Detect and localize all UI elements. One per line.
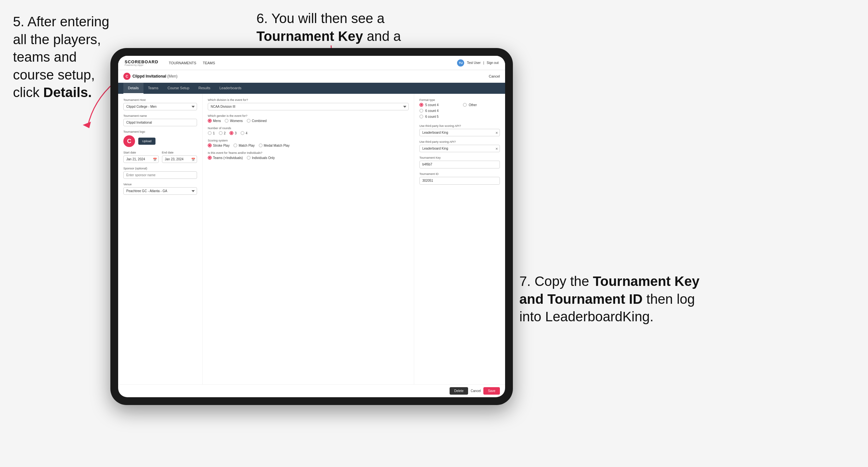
- start-date-label: Start date: [123, 151, 159, 154]
- gender-combined-label: Combined: [252, 119, 267, 123]
- scoring-label: Scoring system: [208, 139, 409, 142]
- teams-teams-radio[interactable]: [208, 156, 212, 160]
- format-label: Format type: [420, 98, 500, 101]
- date-row: Start date 📅 End date 📅: [123, 151, 197, 167]
- rounds-2[interactable]: 2: [219, 131, 226, 135]
- teams-teams-label: Teams (+Individuals): [213, 156, 243, 160]
- rounds-4[interactable]: 4: [241, 131, 248, 135]
- start-date-wrap: 📅: [123, 155, 159, 163]
- cancel-button[interactable]: Cancel: [471, 389, 481, 393]
- breadcrumb-icon: C: [123, 73, 130, 80]
- breadcrumb-left: C Clippd Invitational (Men): [123, 73, 178, 80]
- logo-area: C Upload: [123, 135, 197, 147]
- nav-teams[interactable]: TEAMS: [203, 61, 215, 65]
- format-6count4-label: 6 count 4: [425, 109, 438, 113]
- breadcrumb-cancel[interactable]: Cancel: [489, 74, 500, 78]
- sponsor-label: Sponsor (optional): [123, 167, 197, 170]
- logo-circle: C: [123, 135, 135, 147]
- format-5count4-radio[interactable]: [420, 103, 423, 107]
- gender-combined[interactable]: Combined: [247, 119, 267, 123]
- tab-bar: Details Teams Course Setup Results Leade…: [118, 83, 505, 94]
- format-group: Format type 5 count 4 6 count 4: [420, 98, 500, 120]
- tablet: SCOREBOARD Powered by clippd TOURNAMENTS…: [111, 48, 513, 405]
- tournament-name-input[interactable]: [123, 119, 197, 126]
- gender-radio-group: Mens Womens Combined: [208, 119, 409, 123]
- rounds-3[interactable]: 3: [229, 131, 237, 135]
- third-party-1-group: Use third-party live scoring API? Leader…: [420, 124, 500, 136]
- format-6count5-radio[interactable]: [420, 115, 423, 119]
- tab-results[interactable]: Results: [194, 83, 215, 94]
- format-6count5[interactable]: 6 count 5: [420, 115, 456, 119]
- format-6count4[interactable]: 6 count 4: [420, 109, 456, 113]
- user-name: Test User: [467, 61, 480, 65]
- third-party-2-clear-icon[interactable]: ✕: [495, 147, 498, 150]
- teams-individuals-radio[interactable]: [247, 156, 251, 160]
- rounds-group: Number of rounds 1 2 3: [208, 127, 409, 135]
- sign-out-link[interactable]: Sign out: [487, 61, 499, 65]
- format-other-label: Other: [469, 103, 477, 107]
- right-panel: Format type 5 count 4 6 count 4: [414, 94, 505, 384]
- third-party-2-label: Use third-party scoring API?: [420, 140, 500, 144]
- division-select[interactable]: NCAA Division III: [208, 103, 409, 110]
- rounds-1[interactable]: 1: [208, 131, 215, 135]
- venue-group: Venue Peachtree GC - Atlanta - GA: [123, 183, 197, 195]
- scoring-match[interactable]: Match Play: [234, 144, 254, 147]
- tab-course-setup[interactable]: Course Setup: [163, 83, 194, 94]
- sponsor-input[interactable]: [123, 172, 197, 179]
- third-party-1-select[interactable]: Leaderboard King: [420, 129, 500, 136]
- brand-name: SCOREBOARD: [125, 60, 158, 64]
- scoring-stroke[interactable]: Stroke Play: [208, 144, 229, 147]
- end-date-calendar-icon: 📅: [191, 157, 195, 161]
- rounds-1-radio[interactable]: [208, 131, 212, 135]
- rounds-4-radio[interactable]: [241, 131, 244, 135]
- scoring-radio-group: Stroke Play Match Play Medal Match Play: [208, 144, 409, 147]
- svg-marker-0: [83, 122, 91, 128]
- tournament-key-group: Tournament Key b4f6b7: [420, 156, 500, 168]
- format-other[interactable]: Other: [463, 103, 500, 107]
- rounds-3-radio[interactable]: [229, 131, 234, 135]
- rounds-1-label: 1: [213, 131, 215, 135]
- rounds-2-radio[interactable]: [219, 131, 223, 135]
- format-6count5-label: 6 count 5: [425, 115, 438, 119]
- format-other-radio[interactable]: [463, 103, 467, 107]
- brand-sub: Powered by clippd: [125, 64, 158, 66]
- venue-select[interactable]: Peachtree GC - Atlanta - GA: [123, 187, 197, 195]
- nav-right: TU Test User | Sign out: [457, 59, 499, 66]
- teams-individuals[interactable]: Individuals Only: [247, 156, 275, 160]
- tournament-host-label: Tournament Host: [123, 98, 197, 101]
- tournament-id-value: 302051: [420, 177, 500, 185]
- third-party-1-clear-icon[interactable]: ✕: [495, 131, 498, 134]
- tournament-key-label: Tournament Key: [420, 156, 500, 159]
- gender-womens[interactable]: Womens: [225, 119, 243, 123]
- format-5count4-label: 5 count 4: [425, 103, 438, 107]
- gender-mens[interactable]: Mens: [208, 119, 221, 123]
- scoring-stroke-label: Stroke Play: [213, 144, 229, 147]
- gender-womens-radio[interactable]: [225, 119, 228, 123]
- gender-mens-radio[interactable]: [208, 119, 212, 123]
- format-5count4[interactable]: 5 count 4: [420, 103, 456, 107]
- scoring-match-radio[interactable]: [234, 144, 237, 147]
- save-button[interactable]: Save: [483, 387, 500, 395]
- tournament-host-select[interactable]: Clippd College - Men: [123, 103, 197, 110]
- rounds-2-label: 2: [224, 131, 226, 135]
- tab-leaderboards[interactable]: Leaderboards: [215, 83, 246, 94]
- end-date-wrap: 📅: [162, 155, 197, 163]
- gender-combined-radio[interactable]: [247, 119, 251, 123]
- teams-teams[interactable]: Teams (+Individuals): [208, 156, 243, 160]
- nav-links: TOURNAMENTS TEAMS: [169, 61, 215, 65]
- format-6count4-radio[interactable]: [420, 109, 423, 113]
- scoring-stroke-radio[interactable]: [208, 144, 212, 147]
- teams-individuals-label: Individuals Only: [252, 156, 275, 160]
- delete-button[interactable]: Delete: [450, 387, 468, 395]
- upload-button[interactable]: Upload: [138, 137, 155, 145]
- tablet-screen: SCOREBOARD Powered by clippd TOURNAMENTS…: [118, 56, 505, 397]
- scoring-group: Scoring system Stroke Play Match Play: [208, 139, 409, 147]
- scoring-medal-match[interactable]: Medal Match Play: [259, 144, 289, 147]
- tab-teams[interactable]: Teams: [144, 83, 163, 94]
- third-party-2-select[interactable]: Leaderboard King: [420, 145, 500, 152]
- third-party-2-group: Use third-party scoring API? Leaderboard…: [420, 140, 500, 152]
- nav-separator: |: [483, 61, 484, 65]
- nav-tournaments[interactable]: TOURNAMENTS: [169, 61, 196, 65]
- tab-details[interactable]: Details: [123, 83, 144, 94]
- scoring-medal-match-radio[interactable]: [259, 144, 262, 147]
